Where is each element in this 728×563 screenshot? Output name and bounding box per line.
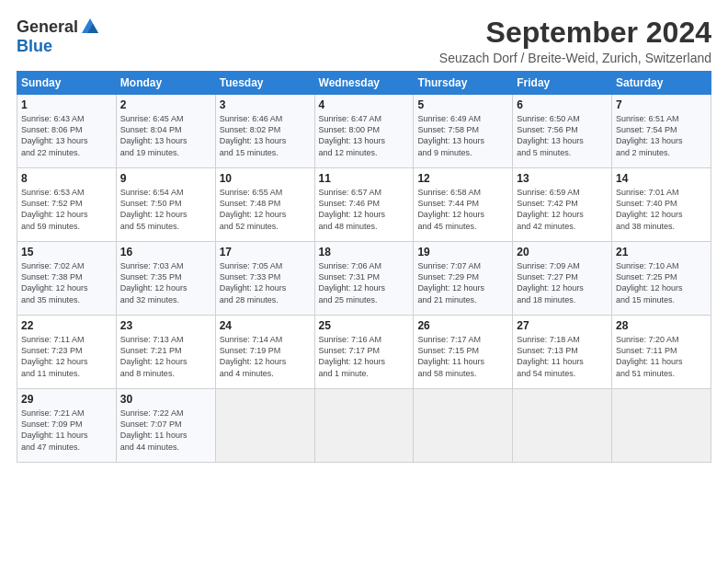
cell-content: Sunrise: 6:50 AMSunset: 7:56 PMDaylight:… [517, 113, 608, 158]
day-number: 27 [517, 319, 608, 332]
cell-day-8: 8Sunrise: 6:53 AMSunset: 7:52 PMDaylight… [17, 168, 117, 242]
cell-content: Sunrise: 7:21 AMSunset: 7:09 PMDaylight:… [21, 408, 112, 453]
day-number: 22 [21, 319, 112, 332]
cell-content: Sunrise: 7:18 AMSunset: 7:13 PMDaylight:… [517, 334, 608, 379]
day-number: 25 [319, 319, 410, 332]
column-header-tuesday: Tuesday [215, 72, 314, 95]
cell-day-27: 27Sunrise: 7:18 AMSunset: 7:13 PMDayligh… [513, 316, 612, 389]
day-number: 3 [220, 98, 311, 111]
cell-day-20: 20Sunrise: 7:09 AMSunset: 7:27 PMDayligh… [513, 242, 612, 316]
logo: General Blue [17, 17, 100, 56]
cell-day-6: 6Sunrise: 6:50 AMSunset: 7:56 PMDaylight… [513, 95, 612, 168]
cell-day-29: 29Sunrise: 7:21 AMSunset: 7:09 PMDayligh… [17, 389, 117, 463]
calendar-table: SundayMondayTuesdayWednesdayThursdayFrid… [17, 71, 711, 463]
cell-day-16: 16Sunrise: 7:03 AMSunset: 7:35 PMDayligh… [116, 242, 215, 316]
cell-content: Sunrise: 6:47 AMSunset: 8:00 PMDaylight:… [319, 113, 410, 158]
calendar-page: General Blue September 2024 Seuzach Dorf… [0, 0, 728, 563]
day-number: 9 [120, 172, 211, 185]
cell-content: Sunrise: 6:59 AMSunset: 7:42 PMDaylight:… [517, 187, 608, 232]
cell-day-7: 7Sunrise: 6:51 AMSunset: 7:54 PMDaylight… [612, 95, 711, 168]
cell-day-1: 1Sunrise: 6:43 AMSunset: 8:06 PMDaylight… [17, 95, 117, 168]
logo-icon [80, 17, 100, 37]
day-number: 11 [319, 172, 410, 185]
column-header-monday: Monday [116, 72, 215, 95]
header-row: SundayMondayTuesdayWednesdayThursdayFrid… [17, 72, 711, 95]
cell-day-17: 17Sunrise: 7:05 AMSunset: 7:33 PMDayligh… [215, 242, 314, 316]
day-number: 10 [220, 172, 311, 185]
day-number: 6 [517, 98, 608, 111]
day-number: 20 [517, 246, 608, 259]
week-row-1: 1Sunrise: 6:43 AMSunset: 8:06 PMDaylight… [17, 95, 711, 168]
week-row-5: 29Sunrise: 7:21 AMSunset: 7:09 PMDayligh… [17, 389, 711, 463]
cell-day-9: 9Sunrise: 6:54 AMSunset: 7:50 PMDaylight… [116, 168, 215, 242]
day-number: 21 [616, 246, 707, 259]
cell-day-empty [513, 389, 612, 463]
title-section: September 2024 Seuzach Dorf / Breite-Wei… [439, 17, 711, 65]
day-number: 4 [319, 98, 410, 111]
week-row-3: 15Sunrise: 7:02 AMSunset: 7:38 PMDayligh… [17, 242, 711, 316]
cell-day-13: 13Sunrise: 6:59 AMSunset: 7:42 PMDayligh… [513, 168, 612, 242]
day-number: 26 [417, 319, 508, 332]
cell-content: Sunrise: 7:10 AMSunset: 7:25 PMDaylight:… [616, 260, 707, 305]
day-number: 18 [319, 246, 410, 259]
cell-day-12: 12Sunrise: 6:58 AMSunset: 7:44 PMDayligh… [414, 168, 513, 242]
cell-content: Sunrise: 7:16 AMSunset: 7:17 PMDaylight:… [319, 334, 410, 379]
cell-content: Sunrise: 7:22 AMSunset: 7:07 PMDaylight:… [120, 408, 211, 453]
cell-content: Sunrise: 6:51 AMSunset: 7:54 PMDaylight:… [616, 113, 707, 158]
cell-content: Sunrise: 6:49 AMSunset: 7:58 PMDaylight:… [417, 113, 508, 158]
cell-content: Sunrise: 7:17 AMSunset: 7:15 PMDaylight:… [417, 334, 508, 379]
cell-content: Sunrise: 6:55 AMSunset: 7:48 PMDaylight:… [220, 187, 311, 232]
cell-content: Sunrise: 6:57 AMSunset: 7:46 PMDaylight:… [319, 187, 410, 232]
column-header-sunday: Sunday [17, 72, 117, 95]
column-header-wednesday: Wednesday [314, 72, 414, 95]
cell-day-15: 15Sunrise: 7:02 AMSunset: 7:38 PMDayligh… [17, 242, 117, 316]
day-number: 5 [417, 98, 508, 111]
day-number: 23 [120, 319, 211, 332]
logo-general: General [17, 17, 78, 37]
day-number: 19 [417, 246, 508, 259]
cell-content: Sunrise: 6:46 AMSunset: 8:02 PMDaylight:… [220, 113, 311, 158]
cell-day-empty [314, 389, 414, 463]
day-number: 13 [517, 172, 608, 185]
column-header-friday: Friday [513, 72, 612, 95]
cell-content: Sunrise: 6:43 AMSunset: 8:06 PMDaylight:… [21, 113, 112, 158]
day-number: 8 [21, 172, 112, 185]
logo-blue: Blue [17, 37, 52, 56]
cell-content: Sunrise: 6:53 AMSunset: 7:52 PMDaylight:… [21, 187, 112, 232]
month-title: September 2024 [439, 17, 711, 49]
cell-content: Sunrise: 6:58 AMSunset: 7:44 PMDaylight:… [417, 187, 508, 232]
cell-content: Sunrise: 7:06 AMSunset: 7:31 PMDaylight:… [319, 260, 410, 305]
day-number: 2 [120, 98, 211, 111]
cell-content: Sunrise: 7:13 AMSunset: 7:21 PMDaylight:… [120, 334, 211, 379]
cell-day-18: 18Sunrise: 7:06 AMSunset: 7:31 PMDayligh… [314, 242, 414, 316]
day-number: 16 [120, 246, 211, 259]
cell-content: Sunrise: 7:05 AMSunset: 7:33 PMDaylight:… [220, 260, 311, 305]
day-number: 28 [616, 319, 707, 332]
cell-content: Sunrise: 7:07 AMSunset: 7:29 PMDaylight:… [417, 260, 508, 305]
cell-day-23: 23Sunrise: 7:13 AMSunset: 7:21 PMDayligh… [116, 316, 215, 389]
cell-day-empty [612, 389, 711, 463]
cell-day-26: 26Sunrise: 7:17 AMSunset: 7:15 PMDayligh… [414, 316, 513, 389]
cell-content: Sunrise: 7:03 AMSunset: 7:35 PMDaylight:… [120, 260, 211, 305]
cell-day-empty [215, 389, 314, 463]
day-number: 15 [21, 246, 112, 259]
week-row-2: 8Sunrise: 6:53 AMSunset: 7:52 PMDaylight… [17, 168, 711, 242]
location: Seuzach Dorf / Breite-Weid, Zurich, Swit… [439, 51, 711, 65]
day-number: 12 [417, 172, 508, 185]
cell-day-4: 4Sunrise: 6:47 AMSunset: 8:00 PMDaylight… [314, 95, 414, 168]
cell-day-30: 30Sunrise: 7:22 AMSunset: 7:07 PMDayligh… [116, 389, 215, 463]
day-number: 30 [120, 393, 211, 406]
day-number: 24 [220, 319, 311, 332]
week-row-4: 22Sunrise: 7:11 AMSunset: 7:23 PMDayligh… [17, 316, 711, 389]
cell-day-22: 22Sunrise: 7:11 AMSunset: 7:23 PMDayligh… [17, 316, 117, 389]
cell-content: Sunrise: 7:20 AMSunset: 7:11 PMDaylight:… [616, 334, 707, 379]
cell-content: Sunrise: 7:11 AMSunset: 7:23 PMDaylight:… [21, 334, 112, 379]
header: General Blue September 2024 Seuzach Dorf… [17, 17, 711, 65]
cell-day-5: 5Sunrise: 6:49 AMSunset: 7:58 PMDaylight… [414, 95, 513, 168]
column-header-thursday: Thursday [414, 72, 513, 95]
cell-day-14: 14Sunrise: 7:01 AMSunset: 7:40 PMDayligh… [612, 168, 711, 242]
cell-day-11: 11Sunrise: 6:57 AMSunset: 7:46 PMDayligh… [314, 168, 414, 242]
cell-content: Sunrise: 7:01 AMSunset: 7:40 PMDaylight:… [616, 187, 707, 232]
cell-day-19: 19Sunrise: 7:07 AMSunset: 7:29 PMDayligh… [414, 242, 513, 316]
cell-content: Sunrise: 7:09 AMSunset: 7:27 PMDaylight:… [517, 260, 608, 305]
